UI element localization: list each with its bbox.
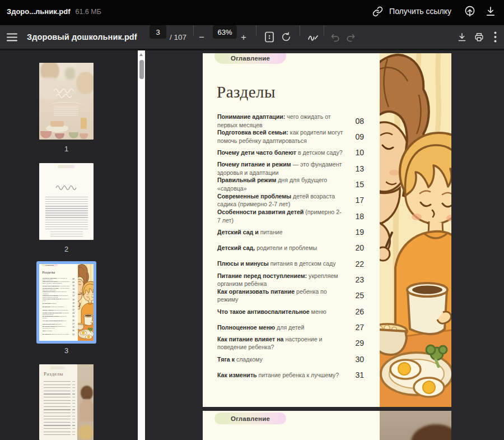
toc-row: Подготовка всей семьи: как родители могу… — [43, 280, 74, 284]
print-icon — [474, 32, 484, 43]
toc-row: Детский сад, родители и проблемы20 — [217, 240, 364, 256]
print-button[interactable] — [474, 25, 484, 49]
thumbnail-page-1[interactable] — [39, 63, 94, 140]
toc-row: Как изменить питание ребенка к лучшему?3… — [217, 367, 364, 383]
toc-row: Питание перед поступлением: укрепляем ор… — [217, 272, 364, 288]
toc-row: Как изменить питание ребенка к лучшему?3… — [43, 332, 74, 336]
toc-row: Современные проблемы детей возраста сади… — [217, 192, 364, 208]
toc-row: Понимание адаптации: чего ожидать от пер… — [217, 113, 364, 129]
viewer-toolbar: Здоровый дошкольник.pdf / 107 − 63% + — [0, 25, 504, 50]
toc-row: Почему дети часто болеют в детском саду?… — [217, 145, 364, 160]
pdf-page-4: Оглавление — [203, 411, 451, 440]
file-name: Здоро...льник.pdf — [7, 7, 70, 16]
get-link-button[interactable]: Получить ссылку — [372, 6, 451, 17]
toc-row: Правильный режим дня для будущего «садов… — [217, 177, 364, 192]
rotate-icon — [281, 31, 292, 43]
fit-page-button[interactable] — [264, 25, 274, 49]
file-size: 61.6 МБ — [75, 8, 101, 16]
top-bar: Здоро...льник.pdf 61.6 МБ Получить ссылк… — [0, 0, 504, 25]
section-badge: Оглавление — [214, 53, 286, 64]
file-info: Здоро...льник.pdf 61.6 МБ — [7, 7, 101, 16]
thumbnails-panel: 1 2 Оглавление Разделы Понимание адаптац… — [0, 50, 138, 440]
get-link-label: Получить ссылку — [389, 7, 451, 16]
fit-page-icon — [264, 31, 274, 43]
download-icon — [457, 32, 467, 42]
toc-row: Как организовать питание ребенка по режи… — [43, 315, 74, 318]
thumbnail-label-3: 3 — [39, 346, 94, 355]
redo-button[interactable] — [346, 25, 356, 49]
undo-button[interactable] — [330, 25, 340, 49]
rotate-button[interactable] — [281, 25, 292, 49]
top-actions: Получить ссылку — [372, 5, 496, 17]
toc-row: Тяга к сладкому30 — [217, 351, 364, 367]
document-title: Здоровый дошкольник.pdf — [27, 25, 137, 49]
toc-row: Что такое антивоспалительное меню26 — [217, 304, 364, 319]
kebab-icon — [494, 31, 497, 43]
hamburger-icon — [7, 33, 17, 41]
thumbnail-label-1: 1 — [39, 145, 94, 153]
page-number-input[interactable] — [150, 25, 166, 39]
annotate-button[interactable] — [307, 25, 319, 49]
toc-row: Как организовать питание ребенка по режи… — [217, 288, 364, 303]
menu-button[interactable] — [7, 25, 17, 49]
undo-icon — [330, 33, 340, 42]
toc-row: Как питание влияет на настроение и повед… — [43, 326, 74, 329]
toc-row: Особенности развития детей (примерно 2-7… — [217, 209, 364, 224]
page-illustration — [380, 53, 451, 407]
zoom-in-button[interactable]: + — [241, 25, 246, 49]
toc-row: Полноценное меню для детей27 — [217, 319, 364, 335]
page4-photo — [380, 411, 451, 440]
scrollbar-thumb[interactable] — [139, 60, 144, 79]
download-toolbar-button[interactable] — [457, 25, 467, 49]
link-icon — [372, 6, 383, 17]
zoom-out-button[interactable]: − — [199, 25, 204, 49]
thumbnail-page-4[interactable]: Разделы — [39, 364, 94, 440]
page-title: Разделы — [217, 83, 276, 101]
toc-row: Почему питание и режим — это фундамент з… — [217, 161, 364, 177]
toc-row: Подготовка всей семьи: как родители могу… — [217, 129, 364, 145]
more-menu-button[interactable] — [494, 25, 497, 49]
upload-cloud-icon — [464, 5, 476, 17]
table-of-contents: Понимание адаптации: чего ожидать от пер… — [217, 113, 364, 383]
toc-row: Плюсы и минусы питания в детском саду22 — [217, 256, 364, 272]
scroll-up-arrow[interactable] — [139, 53, 143, 56]
page-total: / 107 — [170, 25, 186, 49]
zoom-level[interactable]: 63% — [213, 25, 237, 39]
sidebar-scrollbar[interactable] — [138, 50, 145, 440]
pdf-page-3: Оглавление Разделы Понимание адаптации: … — [203, 53, 451, 407]
toc-row: Детский сад и питание19 — [217, 224, 364, 240]
pen-scribble-icon — [307, 31, 319, 43]
toc-row: Особенности развития детей (примерно 2-7… — [43, 298, 74, 301]
section-badge-next: Оглавление — [214, 413, 286, 424]
thumbnail-page-2[interactable] — [39, 163, 94, 240]
pdf-viewer-app: Здоро...льник.pdf 61.6 МБ Получить ссылк… — [0, 0, 504, 440]
toc-row: Как питание влияет на настроение и повед… — [217, 335, 364, 351]
save-to-cloud-button[interactable] — [464, 5, 476, 17]
thumbnail-label-2: 2 — [39, 245, 94, 253]
redo-icon — [346, 33, 356, 42]
download-icon — [485, 6, 496, 17]
thumbnail-page-3[interactable]: Оглавление Разделы Понимание адаптации: … — [39, 264, 94, 341]
download-button[interactable] — [485, 6, 496, 17]
